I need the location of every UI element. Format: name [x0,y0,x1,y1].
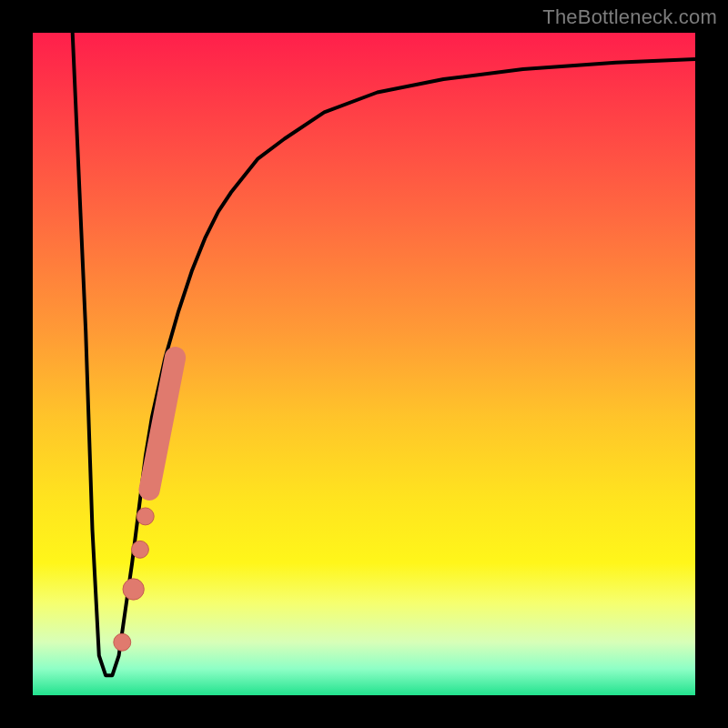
chart-frame: TheBottleneck.com [0,0,728,728]
chart-overlay [33,33,695,695]
data-marker [136,508,154,525]
highlight-segment [149,358,175,490]
data-marker [123,579,144,600]
plot-area [33,33,695,695]
data-marker [114,633,131,651]
watermark-text: TheBottleneck.com [542,5,717,29]
data-marker [131,541,148,558]
data-markers [114,508,154,651]
